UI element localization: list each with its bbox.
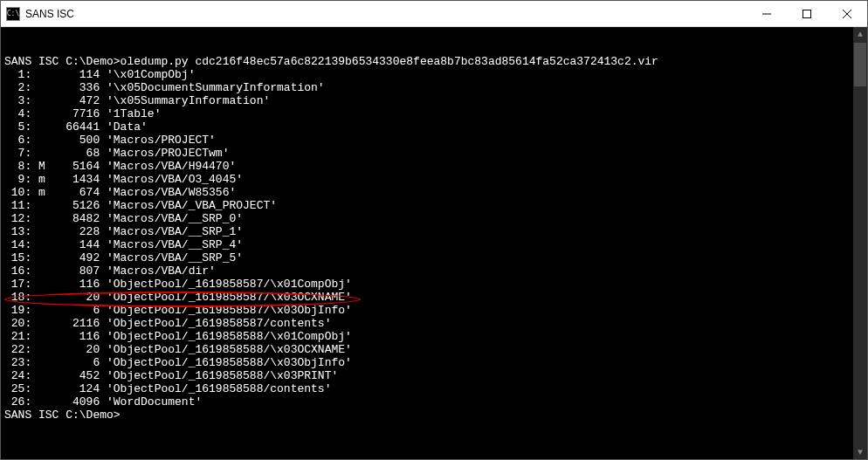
app-icon: C:\ bbox=[6, 7, 20, 21]
terminal-line: 10: m 674 'Macros/VBA/W85356' bbox=[4, 186, 867, 199]
terminal-line: 22: 20 'ObjectPool/_1619858588/\x03OCXNA… bbox=[4, 343, 867, 356]
terminal-line: 16: 807 'Macros/VBA/dir' bbox=[4, 264, 867, 278]
terminal-line: 26: 4096 'WordDocument' bbox=[4, 395, 867, 409]
minimize-button[interactable] bbox=[747, 1, 787, 26]
close-button[interactable] bbox=[827, 1, 867, 26]
titlebar: C:\ SANS ISC bbox=[1, 1, 867, 27]
terminal-output: SANS ISC C:\Demo>oledump.py cdc216f48ec5… bbox=[4, 55, 867, 422]
terminal-line: 19: 6 'ObjectPool/_1619858587/\x03ObjInf… bbox=[4, 304, 867, 317]
terminal-line: 4: 7716 '1Table' bbox=[4, 107, 867, 120]
terminal-line: SANS ISC C:\Demo> bbox=[4, 409, 867, 422]
terminal-line: SANS ISC C:\Demo>oledump.py cdc216f48ec5… bbox=[4, 55, 867, 68]
terminal-line: 8: M 5164 'Macros/VBA/H94470' bbox=[4, 160, 867, 173]
terminal-window: C:\ SANS ISC SANS ISC C:\Demo>oledump.py… bbox=[0, 0, 868, 460]
terminal-line: 21: 116 'ObjectPool/_1619858588/\x01Comp… bbox=[4, 330, 867, 343]
terminal-line: 5: 66441 'Data' bbox=[4, 120, 867, 134]
maximize-button[interactable] bbox=[787, 1, 827, 26]
svg-rect-1 bbox=[803, 10, 811, 17]
terminal-line: 1: 114 '\x01CompObj' bbox=[4, 68, 867, 81]
window-controls bbox=[747, 1, 867, 26]
terminal-line: 20: 2116 'ObjectPool/_1619858587/content… bbox=[4, 317, 867, 330]
terminal-line: 14: 144 'Macros/VBA/__SRP_4' bbox=[4, 238, 867, 251]
scroll-down-arrow[interactable]: ▼ bbox=[853, 445, 867, 459]
terminal-line: 18: 20 'ObjectPool/_1619858587/\x03OCXNA… bbox=[4, 291, 867, 304]
terminal-line: 15: 492 'Macros/VBA/__SRP_5' bbox=[4, 251, 867, 264]
terminal-line: 17: 116 'ObjectPool/_1619858587/\x01Comp… bbox=[4, 278, 867, 291]
terminal-line: 6: 500 'Macros/PROJECT' bbox=[4, 134, 867, 147]
terminal-line: 24: 452 'ObjectPool/_1619858588/\x03PRIN… bbox=[4, 369, 867, 382]
terminal-line: 7: 68 'Macros/PROJECTwm' bbox=[4, 147, 867, 160]
window-title: SANS ISC bbox=[25, 8, 747, 20]
terminal-line: 11: 5126 'Macros/VBA/_VBA_PROJECT' bbox=[4, 199, 867, 212]
terminal-line: 25: 124 'ObjectPool/_1619858588/contents… bbox=[4, 382, 867, 395]
terminal-line: 9: m 1434 'Macros/VBA/O3_4045' bbox=[4, 173, 867, 186]
terminal-line: 13: 228 'Macros/VBA/__SRP_1' bbox=[4, 225, 867, 238]
scroll-thumb[interactable] bbox=[854, 43, 866, 86]
scrollbar[interactable]: ▲ ▼ bbox=[853, 27, 867, 459]
terminal-line: 2: 336 '\x05DocumentSummaryInformation' bbox=[4, 81, 867, 94]
terminal-line: 23: 6 'ObjectPool/_1619858588/\x03ObjInf… bbox=[4, 356, 867, 369]
terminal-line: 3: 472 '\x05SummaryInformation' bbox=[4, 94, 867, 107]
terminal-line: 12: 8482 'Macros/VBA/__SRP_0' bbox=[4, 212, 867, 225]
scroll-up-arrow[interactable]: ▲ bbox=[853, 27, 867, 41]
terminal-body[interactable]: SANS ISC C:\Demo>oledump.py cdc216f48ec5… bbox=[1, 27, 867, 459]
